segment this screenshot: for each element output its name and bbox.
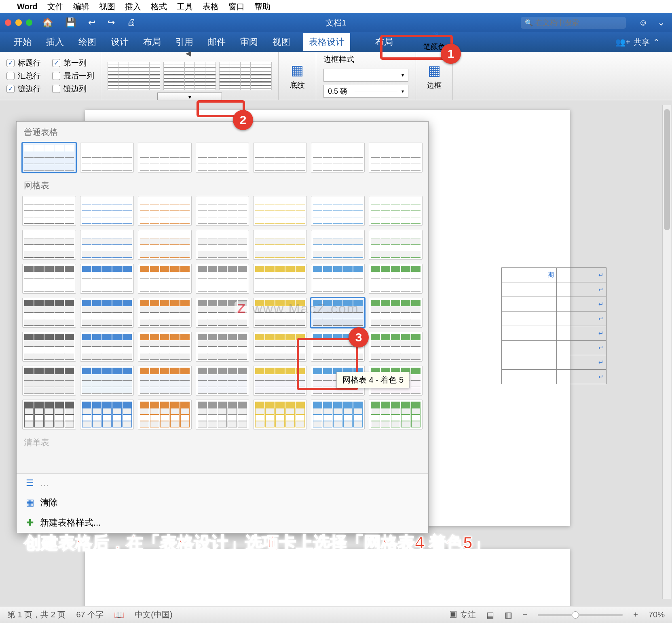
- menu-insert[interactable]: 插入: [125, 1, 141, 12]
- checkbox-header-row[interactable]: ✓标题行: [6, 58, 41, 68]
- gallery-style-item[interactable]: [22, 400, 76, 429]
- zoom-slider-knob[interactable]: [572, 611, 579, 619]
- table-cell[interactable]: 期: [502, 268, 557, 282]
- undo-icon[interactable]: ↩︎: [86, 17, 98, 28]
- tab-review[interactable]: 审阅: [239, 34, 260, 51]
- menu-help[interactable]: 帮助: [254, 1, 270, 12]
- gallery-style-item[interactable]: [80, 298, 134, 328]
- gallery-style-item[interactable]: [22, 230, 76, 260]
- checkbox-banded-columns[interactable]: 镶边列: [52, 84, 87, 94]
- gallery-new-style-button[interactable]: ✚ 新建表格样式...: [17, 513, 428, 533]
- document-page-2[interactable]: [85, 549, 570, 606]
- zoom-out-button[interactable]: −: [523, 610, 528, 619]
- tab-mailings[interactable]: 邮件: [206, 34, 227, 51]
- status-spellcheck-icon[interactable]: 📖: [114, 610, 124, 620]
- scrollbar-thumb[interactable]: [664, 109, 670, 230]
- checkbox-first-column[interactable]: ✓第一列: [52, 58, 87, 68]
- tab-view[interactable]: 视图: [271, 34, 292, 51]
- menu-view[interactable]: 视图: [99, 1, 115, 12]
- print-icon[interactable]: 🖨: [125, 17, 138, 28]
- gallery-style-item[interactable]: [196, 143, 249, 173]
- gallery-style-item[interactable]: [253, 230, 307, 260]
- border-weight-combo[interactable]: 0.5 磅▾: [323, 85, 408, 98]
- gallery-style-item[interactable]: [80, 143, 134, 173]
- gallery-style-item[interactable]: [138, 230, 192, 260]
- gallery-style-item[interactable]: [253, 196, 307, 226]
- gallery-style-item[interactable]: [138, 196, 192, 226]
- menu-table[interactable]: 表格: [203, 1, 219, 12]
- zoom-slider[interactable]: [538, 614, 623, 616]
- gallery-style-item[interactable]: [311, 230, 365, 260]
- menu-format[interactable]: 格式: [151, 1, 167, 12]
- save-icon[interactable]: 💾: [63, 17, 78, 28]
- gallery-style-item[interactable]: [369, 230, 423, 260]
- gallery-style-item[interactable]: [22, 143, 76, 173]
- gallery-style-item[interactable]: [80, 400, 134, 429]
- gallery-modify-style[interactable]: ☰…: [17, 474, 428, 493]
- menu-edit[interactable]: 编辑: [73, 1, 89, 12]
- gallery-style-item[interactable]: [196, 230, 249, 260]
- menu-file[interactable]: 文件: [47, 1, 63, 12]
- chevron-down-icon[interactable]: ⌄: [655, 17, 667, 28]
- vertical-scrollbar[interactable]: [662, 105, 671, 599]
- redo-icon[interactable]: ↪︎: [105, 17, 117, 28]
- close-window-button[interactable]: [5, 19, 11, 26]
- gallery-style-item[interactable]: [80, 366, 134, 396]
- share-button[interactable]: 👥+共享⌃: [615, 37, 660, 48]
- checkbox-total-row[interactable]: 汇总行: [6, 71, 41, 81]
- checkbox-banded-rows[interactable]: ✓镶边行: [6, 84, 41, 94]
- menu-window[interactable]: 窗口: [228, 1, 245, 12]
- gallery-style-item[interactable]: [369, 298, 423, 328]
- gallery-style-item[interactable]: [253, 366, 307, 396]
- gallery-style-item[interactable]: [196, 264, 249, 294]
- gallery-style-item[interactable]: [369, 196, 423, 226]
- tab-table-layout[interactable]: 布局: [374, 34, 395, 51]
- tab-references[interactable]: 引用: [174, 34, 195, 51]
- gallery-style-item[interactable]: [253, 264, 307, 294]
- tab-design[interactable]: 设计: [109, 34, 130, 51]
- gallery-style-item[interactable]: [80, 264, 134, 294]
- gallery-style-item[interactable]: [138, 332, 192, 362]
- gallery-style-item[interactable]: [369, 400, 423, 429]
- gallery-style-item[interactable]: [196, 332, 249, 362]
- gallery-style-item[interactable]: [22, 366, 76, 396]
- tab-insert[interactable]: 插入: [44, 34, 66, 51]
- border-style-combo[interactable]: ▾: [323, 69, 408, 82]
- gallery-prev-button[interactable]: ◀: [186, 49, 194, 58]
- gallery-clear-button[interactable]: ▦ 清除: [17, 493, 428, 513]
- gallery-style-item[interactable]: [22, 332, 76, 362]
- home-icon[interactable]: 🏠: [40, 17, 55, 28]
- gallery-style-item[interactable]: [311, 196, 365, 226]
- tab-draw[interactable]: 绘图: [77, 34, 98, 51]
- zoom-in-button[interactable]: +: [633, 610, 638, 619]
- gallery-style-item[interactable]: [311, 264, 365, 294]
- gallery-style-item[interactable]: [253, 400, 307, 429]
- menu-tools[interactable]: 工具: [177, 1, 193, 12]
- gallery-style-item[interactable]: [138, 143, 192, 173]
- search-box[interactable]: 🔍: [521, 17, 626, 29]
- gallery-style-item[interactable]: [138, 400, 192, 429]
- gallery-style-item[interactable]: [196, 400, 249, 429]
- app-name[interactable]: Word: [17, 2, 38, 11]
- gallery-style-item[interactable]: [196, 196, 249, 226]
- document-table[interactable]: 期↵ ↵↵↵ ↵↵↵ ↵: [501, 267, 606, 384]
- gallery-style-item[interactable]: [22, 196, 76, 226]
- tab-table-design[interactable]: 表格设计: [303, 33, 350, 51]
- gallery-style-item[interactable]: [138, 298, 192, 328]
- gallery-style-item[interactable]: [138, 264, 192, 294]
- gallery-style-item[interactable]: [311, 143, 365, 173]
- gallery-style-item[interactable]: [253, 332, 307, 362]
- gallery-style-item[interactable]: [369, 143, 423, 173]
- focus-mode-button[interactable]: ▣ 专注: [449, 609, 476, 620]
- ribbon-style-thumb[interactable]: [108, 62, 160, 90]
- gallery-style-item[interactable]: [253, 143, 307, 173]
- gallery-style-item[interactable]: [311, 400, 365, 429]
- zoom-level[interactable]: 70%: [649, 610, 665, 619]
- feedback-smiley-icon[interactable]: ☺: [639, 17, 648, 28]
- gallery-style-item[interactable]: [22, 264, 76, 294]
- ribbon-style-thumb[interactable]: [163, 62, 216, 90]
- maximize-window-button[interactable]: [26, 19, 32, 26]
- gallery-style-item[interactable]: [22, 298, 76, 328]
- gallery-style-item[interactable]: [369, 264, 423, 294]
- tab-home[interactable]: 开始: [12, 34, 33, 51]
